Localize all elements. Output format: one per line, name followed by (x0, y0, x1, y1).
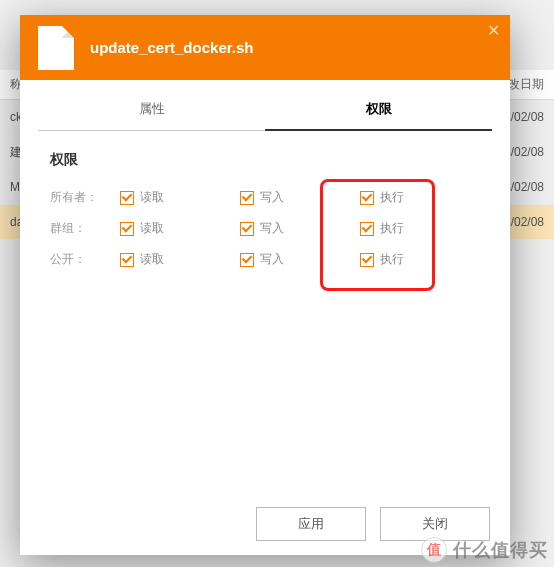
checkbox-public-read[interactable] (120, 253, 134, 267)
checkbox-owner-execute[interactable] (360, 191, 374, 205)
file-icon (38, 26, 74, 70)
group-read-cell: 读取 (120, 220, 240, 237)
group-execute-cell: 执行 (360, 220, 480, 237)
tab-permissions[interactable]: 权限 (265, 88, 492, 130)
checkbox-group-execute[interactable] (360, 222, 374, 236)
dialog-title: update_cert_docker.sh (90, 39, 253, 56)
dialog-content: 权限 所有者： 读取 写入 执行 群组： 读取 写入 执行 公开： 读取 写入 … (20, 131, 510, 493)
public-label: 公开： (50, 251, 120, 268)
close-button[interactable]: 关闭 (380, 507, 490, 541)
close-icon[interactable]: ✕ (487, 21, 500, 40)
watermark-text: 什么值得买 (453, 538, 548, 562)
group-write-cell: 写入 (240, 220, 360, 237)
public-write-cell: 写入 (240, 251, 360, 268)
checkbox-group-read[interactable] (120, 222, 134, 236)
public-read-cell: 读取 (120, 251, 240, 268)
public-execute-cell: 执行 (360, 251, 480, 268)
owner-read-cell: 读取 (120, 189, 240, 206)
checkbox-group-write[interactable] (240, 222, 254, 236)
checkbox-public-execute[interactable] (360, 253, 374, 267)
owner-write-cell: 写入 (240, 189, 360, 206)
checkbox-owner-read[interactable] (120, 191, 134, 205)
checkbox-public-write[interactable] (240, 253, 254, 267)
properties-dialog: update_cert_docker.sh ✕ 属性 权限 权限 所有者： 读取… (20, 15, 510, 555)
apply-button[interactable]: 应用 (256, 507, 366, 541)
watermark: 值 什么值得买 (421, 537, 548, 563)
tab-bar: 属性 权限 (38, 88, 492, 131)
tab-attributes[interactable]: 属性 (38, 88, 265, 130)
bg-col-date: 改日期 (508, 76, 544, 93)
dialog-header: update_cert_docker.sh ✕ (20, 15, 510, 80)
owner-label: 所有者： (50, 189, 120, 206)
section-title: 权限 (50, 151, 480, 169)
checkbox-owner-write[interactable] (240, 191, 254, 205)
owner-execute-cell: 执行 (360, 189, 480, 206)
watermark-badge: 值 (421, 537, 447, 563)
permissions-grid: 所有者： 读取 写入 执行 群组： 读取 写入 执行 公开： 读取 写入 执行 (50, 189, 480, 268)
group-label: 群组： (50, 220, 120, 237)
